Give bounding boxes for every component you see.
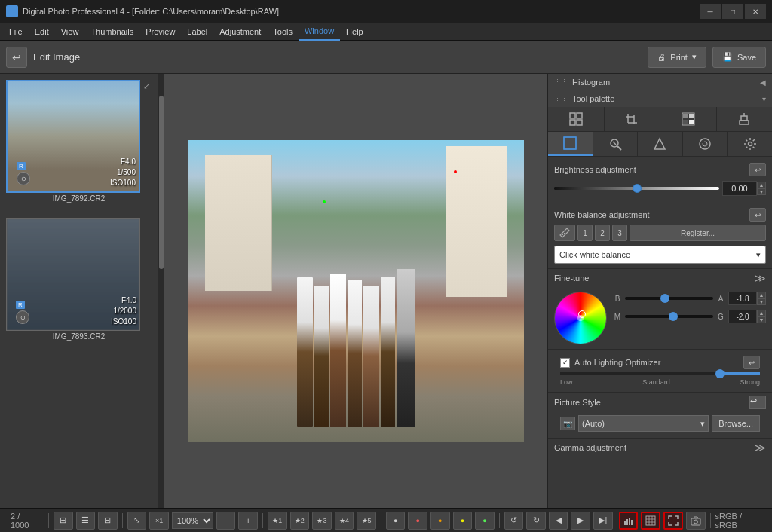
wb-register-button[interactable]: Register... xyxy=(630,225,766,241)
g-spin-down[interactable]: ▼ xyxy=(757,316,766,323)
rating-2-button[interactable]: ★2 xyxy=(290,512,310,530)
tab-lens[interactable] xyxy=(683,132,728,156)
ps-browse-button[interactable]: Browse... xyxy=(712,415,760,432)
maximize-button[interactable]: □ xyxy=(722,4,743,19)
menu-help[interactable]: Help xyxy=(340,23,369,41)
save-button[interactable]: 💾 Save xyxy=(712,47,766,68)
fine-tune-header[interactable]: Fine-tune ≫ xyxy=(548,268,772,287)
rating-4-button[interactable]: ★4 xyxy=(335,512,354,530)
tab-detail[interactable] xyxy=(593,132,639,156)
color-red-button[interactable]: ● xyxy=(408,512,427,530)
menu-file[interactable]: File xyxy=(3,23,29,41)
g-spin-up[interactable]: ▲ xyxy=(757,310,766,316)
b-spin-down[interactable]: ▼ xyxy=(757,298,766,305)
wb-dropdown[interactable]: Click white balance ▾ xyxy=(554,246,766,264)
rating-3-button[interactable]: ★3 xyxy=(312,512,332,530)
grid-view-button[interactable]: ⊞ xyxy=(54,512,73,530)
menu-edit[interactable]: Edit xyxy=(29,23,55,41)
list-view-button[interactable]: ☰ xyxy=(76,512,96,530)
tab-settings[interactable] xyxy=(728,132,772,156)
g-value-input[interactable] xyxy=(728,310,757,323)
alo-reset-button[interactable]: ↩ xyxy=(743,356,760,369)
alo-slider[interactable] xyxy=(560,372,760,375)
mg-thumb[interactable] xyxy=(669,312,678,321)
prev-button[interactable]: ◀ xyxy=(549,512,568,530)
menu-adjustment[interactable]: Adjustment xyxy=(213,23,267,41)
alo-checkbox[interactable]: ✓ xyxy=(560,358,570,368)
thumbnail-image-2[interactable]: F4.0 1/2000 ISO100 R ⊙ xyxy=(6,218,140,331)
brightness-thumb[interactable] xyxy=(633,184,642,193)
histogram-toggle-button[interactable] xyxy=(619,512,639,530)
zoom-out-button[interactable]: − xyxy=(216,512,236,530)
ba-thumb[interactable] xyxy=(660,294,669,303)
svg-rect-26 xyxy=(624,521,626,525)
zoom-select[interactable]: 100% 50% 25% 200% xyxy=(172,512,213,529)
wb-button-2[interactable]: 2 xyxy=(595,225,610,241)
menu-tools[interactable]: Tools xyxy=(267,23,299,41)
brightness-value-input[interactable] xyxy=(722,181,757,196)
rotate-left-button[interactable]: ↺ xyxy=(504,512,524,530)
camera-button[interactable] xyxy=(686,512,706,530)
color-none-button[interactable]: ● xyxy=(386,512,406,530)
split-view-button[interactable]: ⊟ xyxy=(98,512,118,530)
menu-window[interactable]: Window xyxy=(299,23,340,41)
wb-button-1[interactable]: 1 xyxy=(577,225,593,241)
rating-1-button[interactable]: ★1 xyxy=(268,512,287,530)
brightness-slider[interactable] xyxy=(554,187,719,190)
tab-transform[interactable] xyxy=(638,132,683,156)
grid-overlay-button[interactable] xyxy=(641,512,660,530)
tab-tone-curve[interactable] xyxy=(548,132,593,156)
b-value-wrap: ▲ ▼ xyxy=(728,292,766,305)
ba-slider[interactable] xyxy=(625,297,713,300)
gamma-expand-icon[interactable]: ≫ xyxy=(755,442,766,454)
ps-reset-button[interactable]: ↩ xyxy=(749,396,766,409)
print-button[interactable]: 🖨 Print ▾ xyxy=(648,47,706,68)
thumbnail-image-1[interactable]: F4.0 1/500 ISO100 R ⊙ xyxy=(6,80,140,193)
bottom-toolbar: 2 / 1000 ⊞ ☰ ⊟ ⤡ ×1 100% 50% 25% 200% − … xyxy=(0,508,772,532)
fine-tune-expand-icon[interactable]: ≫ xyxy=(755,272,766,284)
1x-button[interactable]: ×1 xyxy=(149,512,169,530)
left-scroll-thumb[interactable] xyxy=(159,96,164,269)
wb-button-3[interactable]: 3 xyxy=(612,225,627,241)
last-button[interactable]: ▶| xyxy=(593,512,613,530)
ps-dropdown[interactable]: (Auto) ▾ xyxy=(578,415,709,432)
menu-label[interactable]: Label xyxy=(181,23,213,41)
alo-slider-container: Low Standard Strong xyxy=(554,372,766,389)
rotate-right-button[interactable]: ↻ xyxy=(526,512,546,530)
fullscreen-button[interactable] xyxy=(663,512,683,530)
histogram-section-header[interactable]: ⋮⋮ Histogram ◀ xyxy=(548,74,772,90)
wb-eyedropper-button[interactable] xyxy=(554,225,575,241)
tab-crop[interactable] xyxy=(605,107,661,131)
b-value-input[interactable] xyxy=(728,292,757,305)
main-image-container[interactable] xyxy=(164,74,547,508)
left-scrollbar[interactable] xyxy=(158,74,164,508)
rating-5-button[interactable]: ★5 xyxy=(357,512,376,530)
tab-tone[interactable] xyxy=(660,107,717,131)
wb-reset-button[interactable]: ↩ xyxy=(749,208,766,222)
alo-thumb[interactable] xyxy=(715,369,725,378)
color-orange-button[interactable]: ● xyxy=(430,512,450,530)
color-green-button[interactable]: ● xyxy=(475,512,495,530)
menu-thumbnails[interactable]: Thumbnails xyxy=(84,23,139,41)
thumbnail-2[interactable]: F4.0 1/2000 ISO100 R ⊙ IMG_7893.CR2 xyxy=(0,212,158,350)
brightness-reset-button[interactable]: ↩ xyxy=(749,163,766,176)
main-area: ⤢ F4.0 1/500 ISO100 R ⊙ IMG_7892.CR2 F4.… xyxy=(0,74,772,508)
menu-view[interactable]: View xyxy=(55,23,85,41)
thumbnail-1[interactable]: ⤢ F4.0 1/500 ISO100 R ⊙ IMG_7892.CR2 xyxy=(0,74,158,212)
zoom-in-button[interactable]: + xyxy=(238,512,258,530)
color-wheel[interactable] xyxy=(554,292,607,344)
brightness-spin-down[interactable]: ▼ xyxy=(757,188,766,195)
fit-button[interactable]: ⤡ xyxy=(127,512,147,530)
brightness-spin-up[interactable]: ▲ xyxy=(757,182,766,188)
tab-stamp[interactable] xyxy=(717,107,773,131)
color-yellow-button[interactable]: ● xyxy=(453,512,473,530)
menu-preview[interactable]: Preview xyxy=(139,23,181,41)
close-button[interactable]: ✕ xyxy=(745,4,766,19)
b-spin-up[interactable]: ▲ xyxy=(757,292,766,298)
minimize-button[interactable]: ─ xyxy=(700,4,721,19)
next-button[interactable]: ▶ xyxy=(571,512,590,530)
tool-palette-header[interactable]: ⋮⋮ Tool palette ▾ xyxy=(548,90,772,107)
back-button[interactable]: ↩ xyxy=(6,47,27,68)
tab-basic[interactable] xyxy=(548,107,605,131)
mg-slider[interactable] xyxy=(625,315,713,318)
